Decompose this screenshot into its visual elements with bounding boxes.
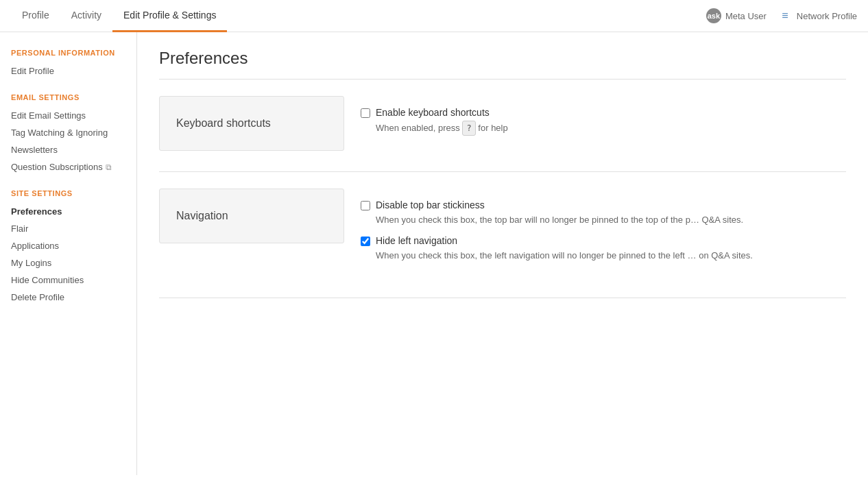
sidebar-item-tag-watching[interactable]: Tag Watching & Ignoring: [11, 124, 125, 141]
sidebar-item-hide-communities[interactable]: Hide Communities: [11, 271, 125, 289]
sidebar-item-delete-profile[interactable]: Delete Profile: [11, 289, 125, 306]
top-divider: [159, 79, 846, 80]
bottom-divider: [159, 298, 846, 298]
external-link-icon: ⧉: [106, 162, 112, 172]
sidebar-item-edit-email[interactable]: Edit Email Settings: [11, 107, 125, 124]
tab-activity[interactable]: Activity: [60, 0, 112, 32]
sidebar-item-flair[interactable]: Flair: [11, 220, 125, 237]
meta-user-link[interactable]: ask Meta User: [706, 8, 767, 23]
disable-topbar-checkbox[interactable]: [361, 201, 370, 210]
main-content: Preferences Keyboard shortcuts Enable ke…: [137, 32, 868, 475]
hide-left-nav-option: Hide left navigation When you check this…: [361, 235, 830, 263]
keyboard-shortcuts-options: Enable keyboard shortcuts When enabled, …: [344, 96, 846, 155]
keyboard-shortcuts-row: Keyboard shortcuts Enable keyboard short…: [159, 96, 846, 155]
navigation-options: Disable top bar stickiness When you chec…: [344, 189, 846, 281]
sidebar-item-newsletters[interactable]: Newsletters: [11, 141, 125, 158]
sidebar-item-edit-profile[interactable]: Edit Profile: [11, 62, 125, 80]
enable-shortcuts-row: Enable keyboard shortcuts: [361, 107, 830, 118]
enable-shortcuts-label[interactable]: Enable keyboard shortcuts: [376, 107, 490, 118]
sidebar: PERSONAL INFORMATION Edit Profile EMAIL …: [0, 32, 137, 475]
sidebar-item-applications[interactable]: Applications: [11, 237, 125, 254]
navigation-row: Navigation Disable top bar stickiness Wh…: [159, 189, 846, 281]
sidebar-item-preferences[interactable]: Preferences: [11, 203, 125, 220]
page-title: Preferences: [159, 49, 846, 68]
sidebar-section-email: EMAIL SETTINGS: [11, 93, 125, 101]
top-tabs: Profile Activity Edit Profile & Settings…: [0, 0, 868, 32]
network-profile-icon: ≡: [777, 8, 793, 23]
disable-topbar-label[interactable]: Disable top bar stickiness: [376, 199, 485, 210]
right-links: ask Meta User ≡ Network Profile: [706, 0, 857, 32]
tab-edit-profile-settings[interactable]: Edit Profile & Settings: [112, 0, 227, 32]
disable-topbar-option: Disable top bar stickiness When you chec…: [361, 199, 830, 227]
sidebar-section-personal: PERSONAL INFORMATION: [11, 49, 125, 57]
disable-topbar-desc: When you check this box, the top bar wil…: [376, 213, 830, 227]
hide-left-nav-row: Hide left navigation: [361, 235, 830, 246]
meta-user-icon: ask: [706, 8, 721, 23]
keyboard-shortcuts-label: Keyboard shortcuts: [159, 96, 344, 151]
network-profile-label: Network Profile: [797, 11, 857, 21]
hide-left-nav-desc: When you check this box, the left naviga…: [376, 249, 830, 263]
mid-divider: [159, 171, 846, 172]
enable-shortcuts-option: Enable keyboard shortcuts When enabled, …: [361, 107, 830, 136]
hide-left-nav-checkbox[interactable]: [361, 237, 370, 246]
page-body: PERSONAL INFORMATION Edit Profile EMAIL …: [0, 32, 868, 475]
enable-shortcuts-desc: When enabled, press ? for help: [376, 121, 830, 136]
sidebar-item-question-subscriptions[interactable]: Question Subscriptions ⧉: [11, 158, 125, 176]
meta-user-label: Meta User: [725, 11, 767, 21]
sidebar-item-my-logins[interactable]: My Logins: [11, 254, 125, 271]
disable-topbar-row: Disable top bar stickiness: [361, 199, 830, 210]
kbd-hint: ?: [462, 121, 475, 136]
tab-profile[interactable]: Profile: [11, 0, 60, 32]
sidebar-section-site: SITE SETTINGS: [11, 189, 125, 197]
enable-shortcuts-checkbox[interactable]: [361, 108, 370, 118]
hide-left-nav-label[interactable]: Hide left navigation: [376, 235, 457, 246]
network-profile-link[interactable]: ≡ Network Profile: [777, 8, 857, 23]
navigation-label: Navigation: [159, 189, 344, 243]
